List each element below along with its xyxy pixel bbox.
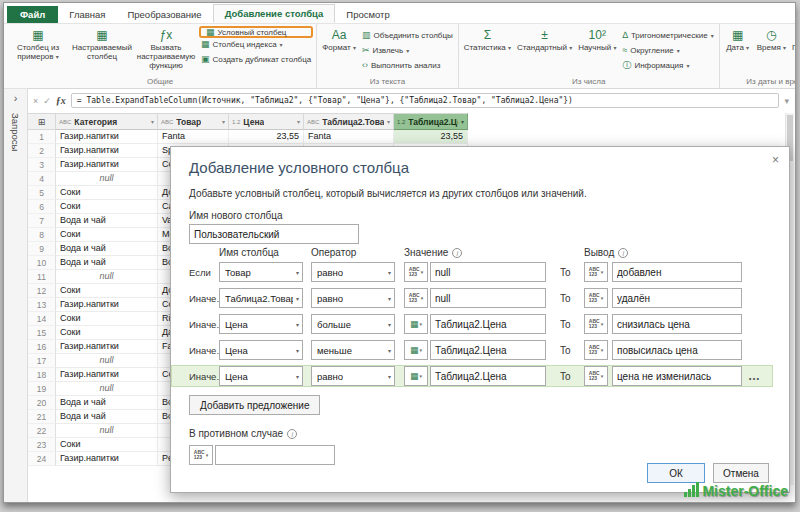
operator-dropdown[interactable]: равно▾ bbox=[311, 288, 395, 308]
cell[interactable]: null bbox=[56, 354, 158, 368]
row-number[interactable]: 9 bbox=[28, 242, 56, 256]
row-number[interactable]: 22 bbox=[28, 424, 56, 438]
row-number[interactable]: 13 bbox=[28, 298, 56, 312]
output-type-button[interactable]: ABC123▾ bbox=[584, 262, 608, 282]
ribbon-button-merge-columns[interactable]: ▥Объединить столбцы bbox=[362, 29, 453, 41]
cell[interactable]: null bbox=[56, 382, 158, 396]
else-type-button[interactable]: ABC123▾ bbox=[189, 445, 213, 465]
value-input[interactable] bbox=[430, 340, 546, 360]
operator-dropdown[interactable]: равно▾ bbox=[311, 262, 395, 282]
ribbon-button-duration[interactable]: ◔Продолж bbox=[789, 26, 795, 52]
ribbon-button-index-column[interactable]: ▦Столбец индекса▾ bbox=[201, 38, 311, 50]
output-input[interactable] bbox=[612, 366, 742, 386]
column-filter-icon[interactable]: ▾ bbox=[297, 118, 300, 125]
column-filter-icon[interactable]: ▾ bbox=[222, 118, 225, 125]
row-number[interactable]: 15 bbox=[28, 326, 56, 340]
row-number[interactable]: 11 bbox=[28, 270, 56, 284]
cell[interactable]: null bbox=[56, 172, 158, 186]
table-menu-button[interactable]: ⊞ bbox=[28, 113, 56, 130]
cell[interactable]: Газир.напитки bbox=[56, 298, 158, 312]
column-header-category[interactable]: ABCКатегория▾ bbox=[56, 113, 158, 130]
cell[interactable]: Соки bbox=[56, 438, 158, 452]
cell[interactable]: Вода и чай bbox=[56, 242, 158, 256]
cell[interactable]: Соки bbox=[56, 186, 158, 200]
row-number[interactable]: 17 bbox=[28, 354, 56, 368]
row-number[interactable]: 12 bbox=[28, 284, 56, 298]
operator-dropdown[interactable]: равно▾ bbox=[311, 366, 395, 386]
output-type-button[interactable]: ABC123▾ bbox=[584, 340, 608, 360]
value-type-button[interactable]: ABC123▾ bbox=[404, 262, 428, 282]
ribbon-button-statistics[interactable]: ΣСтатистика ▾ bbox=[461, 26, 514, 52]
ok-button[interactable]: ОК bbox=[647, 463, 705, 483]
cell[interactable]: Вода и чай bbox=[56, 214, 158, 228]
value-input[interactable] bbox=[430, 288, 546, 308]
cell[interactable]: null bbox=[56, 424, 158, 438]
column-filter-icon[interactable]: ▾ bbox=[461, 118, 464, 125]
ribbon-button-trigonometry[interactable]: ∆Тригонометрические▾ bbox=[622, 29, 713, 41]
value-input[interactable] bbox=[430, 262, 546, 282]
row-number[interactable]: 2 bbox=[28, 144, 56, 158]
operator-dropdown[interactable]: меньше▾ bbox=[311, 340, 395, 360]
cell[interactable]: Газир.напитки bbox=[56, 158, 158, 172]
formula-input[interactable]: = Table.ExpandTableColumn(Источник, "Таб… bbox=[71, 93, 780, 108]
row-number[interactable]: 21 bbox=[28, 410, 56, 424]
column-name-dropdown[interactable]: Таблица2.Товар▾ bbox=[219, 288, 303, 308]
column-header-product[interactable]: ABCТовар▾ bbox=[158, 113, 229, 130]
ribbon-button-date[interactable]: ▦Дата ▾ bbox=[722, 26, 754, 52]
output-input[interactable] bbox=[612, 262, 742, 282]
column-header-t2-product[interactable]: ABCТаблица2.Товар▾ bbox=[304, 113, 394, 130]
output-input[interactable] bbox=[612, 314, 742, 334]
row-number[interactable]: 16 bbox=[28, 340, 56, 354]
row-number[interactable]: 20 bbox=[28, 396, 56, 410]
row-number[interactable]: 10 bbox=[28, 256, 56, 270]
ribbon-button-invoke-custom-function[interactable]: ƒxВызвать настраиваемую функцию bbox=[134, 26, 198, 71]
cell[interactable]: Соки bbox=[56, 326, 158, 340]
cell[interactable]: Fanta bbox=[158, 130, 229, 144]
row-number[interactable]: 14 bbox=[28, 312, 56, 326]
tab-transform[interactable]: Преобразование bbox=[116, 6, 212, 23]
expand-pane-icon[interactable]: › bbox=[4, 89, 27, 104]
tab-file[interactable]: Файл bbox=[7, 6, 58, 23]
value-type-button[interactable]: ▦▾ bbox=[404, 366, 428, 386]
cell[interactable]: Газир.напитки bbox=[56, 368, 158, 382]
value-input[interactable] bbox=[430, 314, 546, 334]
column-name-dropdown[interactable]: Товар▾ bbox=[219, 262, 303, 282]
ribbon-button-extract[interactable]: ✂Извлечь▾ bbox=[362, 44, 453, 56]
column-filter-icon[interactable]: ▾ bbox=[387, 118, 390, 125]
cell[interactable]: Соки bbox=[56, 312, 158, 326]
cell[interactable]: Соки bbox=[56, 200, 158, 214]
cell[interactable]: 23,55 bbox=[394, 130, 468, 144]
cell[interactable]: Газир.напитки bbox=[56, 144, 158, 158]
ribbon-button-duplicate-column[interactable]: ▣Создать дубликат столбца bbox=[201, 53, 311, 65]
output-type-button[interactable]: ABC123▾ bbox=[584, 366, 608, 386]
column-header-price[interactable]: 1.2Цена▾ bbox=[229, 113, 304, 130]
tab-add-column[interactable]: Добавление столбца bbox=[213, 4, 336, 23]
cell[interactable]: Fanta bbox=[304, 130, 394, 144]
row-number[interactable]: 24 bbox=[28, 452, 56, 466]
row-number[interactable]: 4 bbox=[28, 172, 56, 186]
output-type-button[interactable]: ABC123▾ bbox=[584, 288, 608, 308]
ribbon-button-standard[interactable]: ±Стандартный ▾ bbox=[514, 26, 575, 52]
queries-panel[interactable]: › Запросы bbox=[4, 88, 28, 502]
cell[interactable]: Вода и чай bbox=[56, 396, 158, 410]
ribbon-button-format[interactable]: AaФормат ▾ bbox=[319, 26, 359, 52]
cancel-button[interactable]: Отмена bbox=[713, 463, 769, 483]
value-type-button[interactable]: ▦▾ bbox=[404, 314, 428, 334]
commit-formula-icon[interactable]: ✓ bbox=[43, 96, 51, 106]
column-name-dropdown[interactable]: Цена▾ bbox=[219, 340, 303, 360]
column-name-dropdown[interactable]: Цена▾ bbox=[219, 366, 303, 386]
cell[interactable]: Вода и чай bbox=[56, 410, 158, 424]
ribbon-button-parse[interactable]: ‹›Выполнить анализ bbox=[362, 59, 453, 71]
ribbon-button-time[interactable]: ◷Время ▾ bbox=[754, 26, 789, 52]
cell[interactable]: Соки bbox=[56, 284, 158, 298]
ribbon-button-conditional-column[interactable]: ▦Условный столбец bbox=[199, 26, 313, 38]
cancel-formula-icon[interactable]: × bbox=[33, 96, 38, 106]
row-number[interactable]: 6 bbox=[28, 200, 56, 214]
tab-home[interactable]: Главная bbox=[58, 6, 116, 23]
value-type-button[interactable]: ABC123▾ bbox=[404, 288, 428, 308]
row-number[interactable]: 7 bbox=[28, 214, 56, 228]
else-input[interactable] bbox=[215, 445, 335, 465]
close-icon[interactable]: × bbox=[772, 153, 779, 167]
row-number[interactable]: 18 bbox=[28, 368, 56, 382]
cell[interactable]: null bbox=[56, 270, 158, 284]
